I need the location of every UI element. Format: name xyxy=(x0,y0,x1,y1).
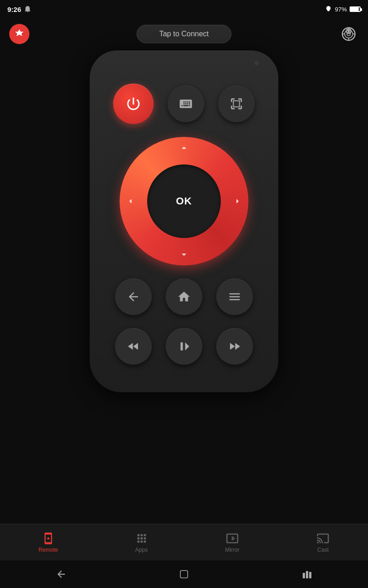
svg-rect-8 xyxy=(303,573,305,578)
settings-button[interactable] xyxy=(339,24,359,44)
top-buttons-row xyxy=(113,84,255,124)
home-button[interactable] xyxy=(166,278,202,315)
ok-button[interactable]: OK xyxy=(147,164,221,238)
svg-rect-7 xyxy=(180,571,188,578)
svg-rect-10 xyxy=(309,572,311,578)
mirror-nav-icon xyxy=(226,532,239,545)
svg-rect-6 xyxy=(233,101,239,107)
status-time: 9:26 xyxy=(7,6,31,13)
battery-fill xyxy=(351,7,359,11)
power-icon xyxy=(125,96,142,112)
status-right: 97% xyxy=(325,6,361,13)
nav-item-cast[interactable]: Cast xyxy=(307,528,339,557)
menu-icon xyxy=(228,290,242,304)
apps-nav-icon xyxy=(135,532,148,545)
screen-fit-button[interactable] xyxy=(218,85,255,122)
cast-nav-icon xyxy=(316,532,329,545)
dpad-right-button[interactable] xyxy=(232,196,243,207)
svg-rect-9 xyxy=(306,571,308,578)
rewind-button[interactable] xyxy=(115,328,152,365)
fast-forward-button[interactable] xyxy=(216,328,253,365)
play-pause-button[interactable] xyxy=(166,328,202,365)
rewind-icon xyxy=(126,339,140,353)
fast-forward-icon xyxy=(228,339,242,353)
keyboard-icon xyxy=(178,96,193,111)
battery-indicator xyxy=(350,6,361,12)
status-bar: 9:26 97% xyxy=(0,0,368,18)
ok-label: OK xyxy=(176,195,192,207)
dpad-container: OK xyxy=(120,137,248,266)
android-back-button[interactable] xyxy=(56,569,67,580)
settings-icon xyxy=(342,27,356,41)
nav-item-apps[interactable]: Apps xyxy=(126,528,157,557)
notification-icon xyxy=(24,6,31,13)
bottom-nav: Remote Apps Mirror Cast xyxy=(0,524,368,560)
screen-fit-icon xyxy=(229,96,244,111)
menu-button[interactable] xyxy=(216,278,253,315)
remote-nav-label: Remote xyxy=(39,547,58,553)
battery-percent: 97% xyxy=(335,6,347,13)
led-indicator xyxy=(253,60,260,66)
android-home-button[interactable] xyxy=(178,569,190,580)
remote-nav-icon xyxy=(42,532,55,545)
keyboard-button[interactable] xyxy=(167,85,204,122)
mid-buttons-row xyxy=(115,278,253,315)
android-home-icon xyxy=(178,569,190,580)
apps-nav-label: Apps xyxy=(135,547,148,553)
android-recents-button[interactable] xyxy=(301,569,312,580)
home-icon xyxy=(177,290,191,304)
android-recents-icon xyxy=(301,569,312,580)
nav-item-mirror[interactable]: Mirror xyxy=(216,528,248,557)
transport-buttons-row xyxy=(115,328,253,365)
time-display: 9:26 xyxy=(7,6,21,13)
dpad-left-button[interactable] xyxy=(125,196,136,207)
connect-button[interactable]: Tap to Connect xyxy=(137,25,231,43)
back-button[interactable] xyxy=(115,278,152,315)
app-logo[interactable] xyxy=(9,24,29,44)
back-icon xyxy=(126,290,140,304)
nav-item-remote[interactable]: Remote xyxy=(29,528,67,557)
android-nav-bar xyxy=(0,560,368,588)
play-pause-icon xyxy=(177,339,191,353)
remote-control: OK xyxy=(90,51,278,392)
power-button[interactable] xyxy=(113,84,154,124)
alarm-icon xyxy=(325,6,332,13)
dpad-up-button[interactable] xyxy=(178,142,190,153)
logo-icon xyxy=(14,28,25,40)
cast-nav-label: Cast xyxy=(317,547,329,553)
dpad-down-button[interactable] xyxy=(178,249,190,260)
android-back-icon xyxy=(56,569,67,580)
header: Tap to Connect xyxy=(0,18,368,50)
mirror-nav-label: Mirror xyxy=(225,547,239,553)
